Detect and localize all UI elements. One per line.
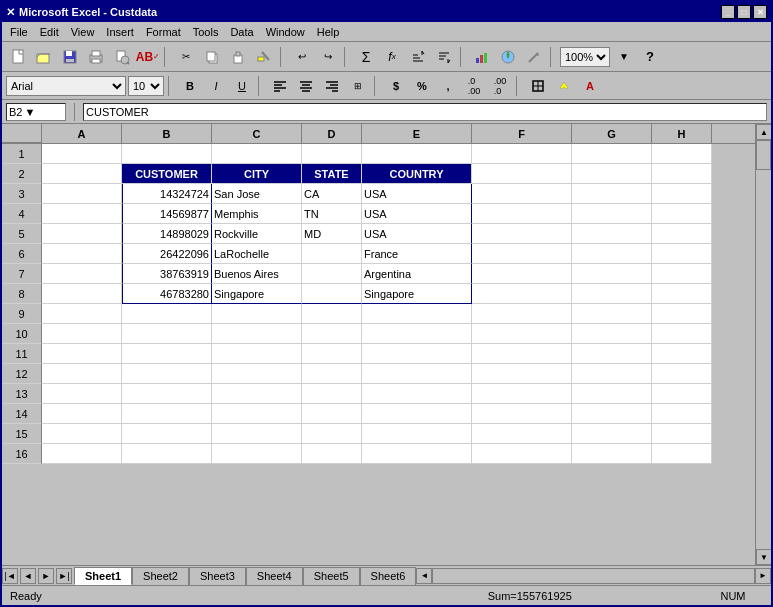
- menu-data[interactable]: Data: [224, 24, 259, 40]
- cell-e11[interactable]: [362, 344, 472, 364]
- print-preview-button[interactable]: [110, 45, 134, 69]
- cell-g15[interactable]: [572, 424, 652, 444]
- cell-b15[interactable]: [122, 424, 212, 444]
- cell-c4[interactable]: Memphis: [212, 204, 302, 224]
- cell-c2[interactable]: CITY: [212, 164, 302, 184]
- cell-b7[interactable]: 38763919: [122, 264, 212, 284]
- sheet-tab-sheet1[interactable]: Sheet1: [74, 567, 132, 585]
- cell-h2[interactable]: [652, 164, 712, 184]
- cell-a7[interactable]: [42, 264, 122, 284]
- cell-e12[interactable]: [362, 364, 472, 384]
- menu-help[interactable]: Help: [311, 24, 346, 40]
- autosum-button[interactable]: Σ: [354, 45, 378, 69]
- cell-f4[interactable]: [472, 204, 572, 224]
- cell-a3[interactable]: [42, 184, 122, 204]
- cell-h11[interactable]: [652, 344, 712, 364]
- row-header-12[interactable]: 12: [2, 364, 42, 384]
- sort-asc-button[interactable]: [406, 45, 430, 69]
- cell-e1[interactable]: [362, 144, 472, 164]
- cell-e6[interactable]: France: [362, 244, 472, 264]
- cell-d14[interactable]: [302, 404, 362, 424]
- cell-b8[interactable]: 46783280: [122, 284, 212, 304]
- cell-g13[interactable]: [572, 384, 652, 404]
- cell-d12[interactable]: [302, 364, 362, 384]
- cell-g9[interactable]: [572, 304, 652, 324]
- cell-d6[interactable]: [302, 244, 362, 264]
- cell-h16[interactable]: [652, 444, 712, 464]
- cell-h13[interactable]: [652, 384, 712, 404]
- cell-b2[interactable]: CUSTOMER: [122, 164, 212, 184]
- tab-nav-first[interactable]: |◄: [2, 568, 18, 584]
- map-button[interactable]: [496, 45, 520, 69]
- chart-wizard-button[interactable]: [470, 45, 494, 69]
- cell-e9[interactable]: [362, 304, 472, 324]
- merge-center-button[interactable]: ⊞: [346, 75, 370, 97]
- menu-insert[interactable]: Insert: [100, 24, 140, 40]
- col-header-e[interactable]: E: [362, 124, 472, 144]
- cell-f1[interactable]: [472, 144, 572, 164]
- sheet-tab-sheet3[interactable]: Sheet3: [189, 567, 246, 585]
- cell-f16[interactable]: [472, 444, 572, 464]
- decimal-decrease-button[interactable]: .00.0: [488, 75, 512, 97]
- cell-b10[interactable]: [122, 324, 212, 344]
- cell-f3[interactable]: [472, 184, 572, 204]
- cell-e15[interactable]: [362, 424, 472, 444]
- cell-h8[interactable]: [652, 284, 712, 304]
- cell-f2[interactable]: [472, 164, 572, 184]
- cell-d4[interactable]: TN: [302, 204, 362, 224]
- scroll-down-button[interactable]: ▼: [756, 549, 771, 565]
- cell-b6[interactable]: 26422096: [122, 244, 212, 264]
- row-header-14[interactable]: 14: [2, 404, 42, 424]
- decimal-increase-button[interactable]: .0.00: [462, 75, 486, 97]
- cell-h14[interactable]: [652, 404, 712, 424]
- cell-d2[interactable]: STATE: [302, 164, 362, 184]
- menu-tools[interactable]: Tools: [187, 24, 225, 40]
- cell-d8[interactable]: [302, 284, 362, 304]
- cell-c13[interactable]: [212, 384, 302, 404]
- cell-e3[interactable]: USA: [362, 184, 472, 204]
- row-header-6[interactable]: 6: [2, 244, 42, 264]
- cell-h5[interactable]: [652, 224, 712, 244]
- cell-f13[interactable]: [472, 384, 572, 404]
- row-header-9[interactable]: 9: [2, 304, 42, 324]
- cell-c14[interactable]: [212, 404, 302, 424]
- cell-f14[interactable]: [472, 404, 572, 424]
- save-button[interactable]: [58, 45, 82, 69]
- cell-g11[interactable]: [572, 344, 652, 364]
- underline-button[interactable]: U: [230, 75, 254, 97]
- sheet-tab-sheet2[interactable]: Sheet2: [132, 567, 189, 585]
- cell-f9[interactable]: [472, 304, 572, 324]
- cell-d5[interactable]: MD: [302, 224, 362, 244]
- cell-d10[interactable]: [302, 324, 362, 344]
- menu-edit[interactable]: Edit: [34, 24, 65, 40]
- cell-b5[interactable]: 14898029: [122, 224, 212, 244]
- cell-d3[interactable]: CA: [302, 184, 362, 204]
- comma-button[interactable]: ,: [436, 75, 460, 97]
- cell-g4[interactable]: [572, 204, 652, 224]
- cell-b3[interactable]: 14324724: [122, 184, 212, 204]
- cell-f15[interactable]: [472, 424, 572, 444]
- tab-nav-last[interactable]: ►|: [56, 568, 72, 584]
- print-button[interactable]: [84, 45, 108, 69]
- italic-button[interactable]: I: [204, 75, 228, 97]
- cell-h7[interactable]: [652, 264, 712, 284]
- row-header-1[interactable]: 1: [2, 144, 42, 164]
- col-header-f[interactable]: F: [472, 124, 572, 144]
- cell-h4[interactable]: [652, 204, 712, 224]
- row-header-11[interactable]: 11: [2, 344, 42, 364]
- cell-h3[interactable]: [652, 184, 712, 204]
- cell-c6[interactable]: LaRochelle: [212, 244, 302, 264]
- undo-button[interactable]: ↩: [290, 45, 314, 69]
- percent-button[interactable]: %: [410, 75, 434, 97]
- row-header-10[interactable]: 10: [2, 324, 42, 344]
- cell-h1[interactable]: [652, 144, 712, 164]
- col-header-c[interactable]: C: [212, 124, 302, 144]
- cell-f11[interactable]: [472, 344, 572, 364]
- cell-d1[interactable]: [302, 144, 362, 164]
- cell-a12[interactable]: [42, 364, 122, 384]
- drawing-button[interactable]: [522, 45, 546, 69]
- cell-d9[interactable]: [302, 304, 362, 324]
- sheet-tab-sheet6[interactable]: Sheet6: [360, 567, 417, 585]
- cell-d7[interactable]: [302, 264, 362, 284]
- cell-f8[interactable]: [472, 284, 572, 304]
